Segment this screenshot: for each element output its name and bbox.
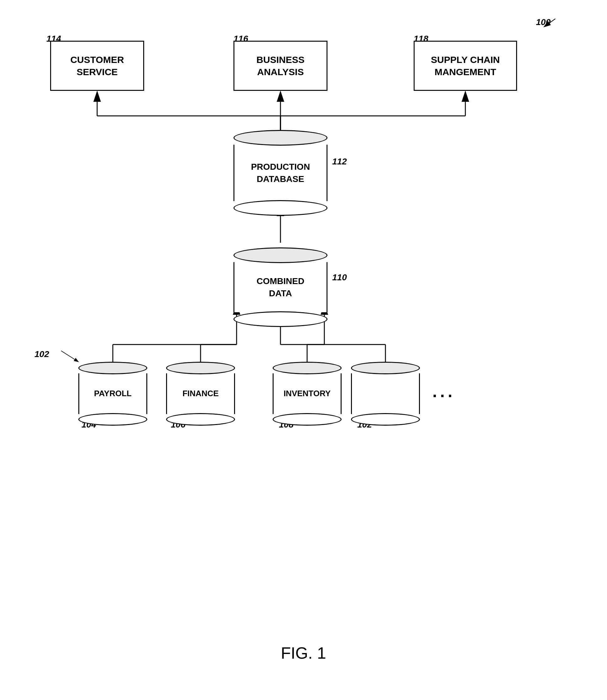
- ref-100-arrow: [540, 17, 559, 30]
- finance-label: FINANCE: [182, 388, 219, 399]
- inventory-cylinder: INVENTORY: [273, 362, 341, 425]
- business-analysis-label: BUSINESS ANALYSIS: [237, 53, 323, 78]
- supply-chain-label: SUPPLY CHAIN MANGEMENT: [418, 53, 513, 78]
- ref-112: 112: [332, 157, 347, 167]
- ref-116: 116: [233, 34, 248, 44]
- fig-caption: FIG. 1: [281, 643, 326, 662]
- inventory-bottom-ellipse: [273, 413, 341, 425]
- finance-cylinder: FINANCE: [166, 362, 235, 425]
- customer-service-label: CUSTOMER SERVICE: [54, 53, 140, 78]
- ref-110: 110: [332, 272, 347, 283]
- production-db-body: PRODUCTIONDATABASE: [233, 145, 328, 201]
- combined-data-top-ellipse: [233, 247, 328, 263]
- production-db-bottom-ellipse: [233, 200, 328, 216]
- ref-118: 118: [414, 34, 428, 44]
- extra-db-cylinder: [351, 362, 420, 425]
- combined-data-label: COMBINEDDATA: [257, 275, 304, 300]
- extra-db-top-ellipse: [351, 362, 420, 374]
- svg-line-26: [61, 351, 78, 362]
- dots: ...: [433, 382, 455, 401]
- production-db-label: PRODUCTIONDATABASE: [251, 161, 310, 185]
- business-analysis-box: BUSINESS ANALYSIS: [233, 41, 328, 91]
- customer-service-box: CUSTOMER SERVICE: [50, 41, 144, 91]
- inventory-top-ellipse: [273, 362, 341, 374]
- combined-data-bottom-ellipse: [233, 311, 328, 327]
- payroll-top-ellipse: [78, 362, 147, 374]
- diagram-container: 100 CUSTOMER SERVICE 114 BUSINESS ANALYS…: [0, 0, 607, 700]
- payroll-cylinder: PAYROLL: [78, 362, 147, 425]
- finance-bottom-ellipse: [166, 413, 235, 425]
- payroll-bottom-ellipse: [78, 413, 147, 425]
- svg-line-24: [544, 19, 555, 27]
- finance-body: FINANCE: [166, 373, 235, 414]
- connections-svg: [0, 0, 607, 700]
- combined-data-cylinder: COMBINEDDATA: [233, 247, 328, 327]
- extra-db-bottom-ellipse: [351, 413, 420, 425]
- supply-chain-box: SUPPLY CHAIN MANGEMENT: [414, 41, 517, 91]
- combined-data-body: COMBINEDDATA: [233, 262, 328, 312]
- payroll-label: PAYROLL: [94, 388, 132, 399]
- production-db-top-ellipse: [233, 130, 328, 146]
- extra-db-body: [351, 373, 420, 414]
- finance-top-ellipse: [166, 362, 235, 374]
- ref-102-source: 102: [35, 349, 49, 359]
- production-db-cylinder: PRODUCTIONDATABASE: [233, 130, 328, 216]
- ref-114: 114: [46, 34, 61, 44]
- inventory-body: INVENTORY: [273, 373, 341, 414]
- inventory-label: INVENTORY: [284, 388, 331, 399]
- payroll-body: PAYROLL: [78, 373, 147, 414]
